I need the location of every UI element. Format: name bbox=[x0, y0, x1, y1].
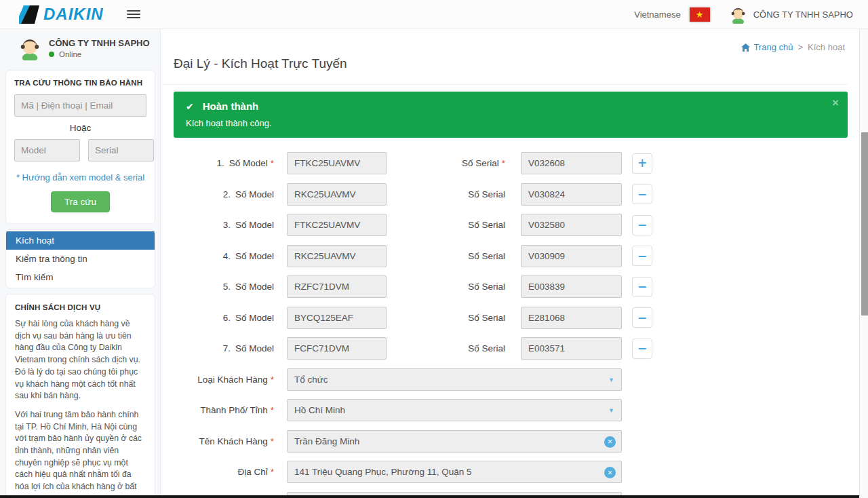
lookup-title: TRA CỨU THÔNG TIN BẢO HÀNH bbox=[14, 79, 146, 87]
city-row: Thành Phố/ Tỉnh* Hồ Chí Minh ▼ bbox=[174, 399, 860, 421]
serial-label: Số Serial bbox=[387, 189, 505, 199]
sidebar-user-panel: CÔNG TY TNHH SAPHO Online bbox=[0, 29, 160, 66]
serial-input[interactable] bbox=[521, 307, 622, 329]
chevron-down-icon: ▼ bbox=[608, 407, 614, 414]
online-status-icon bbox=[49, 52, 54, 57]
divider bbox=[163, 84, 848, 85]
remove-row-button[interactable]: − bbox=[632, 184, 652, 204]
online-status-label: Online bbox=[59, 50, 81, 58]
header-user-name[interactable]: CÔNG TY TNHH SAPHO bbox=[753, 9, 853, 20]
serial-input[interactable] bbox=[521, 275, 622, 298]
serial-input[interactable] bbox=[521, 245, 622, 267]
sidebar: CÔNG TY TNHH SAPHO Online TRA CỨU THÔNG … bbox=[0, 29, 161, 498]
serial-lookup-input[interactable] bbox=[88, 139, 154, 161]
model-input[interactable] bbox=[287, 214, 387, 236]
sidebar-user-name: CÔNG TY TNHH SAPHO bbox=[49, 38, 150, 48]
address-label: Địa Chỉ* bbox=[174, 467, 274, 477]
remove-row-button[interactable]: − bbox=[632, 215, 652, 235]
sidebar-menu: Kích hoạt Kiểm tra thông tin Tìm kiếm bbox=[5, 229, 155, 288]
remove-row-button[interactable]: − bbox=[632, 246, 652, 266]
chevron-down-icon: ▼ bbox=[608, 377, 614, 383]
main-content: Trang chủ > Kích hoạt Đại Lý - Kích Hoạt… bbox=[161, 29, 860, 498]
add-row-button[interactable]: + bbox=[632, 153, 652, 174]
address-field-wrap: ✕ bbox=[287, 461, 622, 483]
serial-label: Số Serial bbox=[387, 251, 505, 261]
avatar[interactable] bbox=[729, 5, 747, 24]
clear-input-icon[interactable]: ✕ bbox=[604, 467, 616, 478]
or-label: Hoặc bbox=[14, 123, 146, 133]
model-input[interactable] bbox=[287, 307, 387, 329]
policy-paragraph: Sự hài lòng của khách hàng về dịch vụ sa… bbox=[15, 318, 146, 402]
customer-type-label: Loại Khách Hàng* bbox=[174, 375, 274, 385]
service-policy-card: CHÍNH SÁCH DỊCH VỤ Sự hài lòng của khách… bbox=[5, 294, 155, 498]
clear-input-icon[interactable]: ✕ bbox=[604, 436, 616, 448]
city-select[interactable]: Hồ Chí Minh ▼ bbox=[287, 399, 622, 421]
sidebar-item-check-info[interactable]: Kiểm tra thông tin bbox=[6, 250, 155, 268]
policy-title: CHÍNH SÁCH DỊCH VỤ bbox=[15, 303, 146, 311]
model-input[interactable] bbox=[287, 275, 387, 298]
product-row: 2.Số Model Số Serial − bbox=[174, 183, 860, 206]
sidebar-item-activate[interactable]: Kích hoạt bbox=[6, 231, 155, 250]
model-input[interactable] bbox=[287, 152, 387, 174]
model-label: 1.Số Model* bbox=[174, 158, 274, 168]
address-input[interactable] bbox=[294, 467, 601, 477]
model-label: 3.Số Model bbox=[174, 220, 274, 230]
model-label: 4.Số Model bbox=[174, 251, 274, 261]
policy-paragraph: Với hai trung tâm bảo hành chính tại TP.… bbox=[15, 409, 146, 498]
model-input[interactable] bbox=[287, 245, 387, 267]
serial-input[interactable] bbox=[521, 337, 622, 360]
breadcrumb: Trang chủ > Kích hoạt bbox=[741, 42, 845, 52]
close-icon[interactable]: × bbox=[832, 97, 839, 109]
model-label: 2.Số Model bbox=[174, 189, 274, 199]
serial-input[interactable] bbox=[521, 183, 622, 206]
serial-label: Số Serial bbox=[387, 313, 505, 323]
breadcrumb-home-link[interactable]: Trang chủ bbox=[741, 42, 793, 52]
product-row: 7.Số Model Số Serial − bbox=[174, 337, 860, 360]
customer-name-row: Tên Khách Hàng* ✕ bbox=[174, 430, 860, 453]
breadcrumb-separator: > bbox=[797, 42, 803, 52]
scrollbar-thumb[interactable] bbox=[861, 132, 868, 315]
model-lookup-input[interactable] bbox=[14, 139, 80, 161]
customer-name-label: Tên Khách Hàng* bbox=[174, 436, 274, 446]
remove-row-button[interactable]: − bbox=[632, 307, 652, 328]
vietnam-flag-icon[interactable]: ★ bbox=[690, 7, 710, 22]
model-input[interactable] bbox=[287, 183, 387, 206]
alert-message: Kích hoạt thành công. bbox=[186, 118, 835, 128]
check-icon: ✔ bbox=[186, 101, 194, 112]
warranty-lookup-card: TRA CỨU THÔNG TIN BẢO HÀNH Hoặc * Hướng … bbox=[5, 70, 155, 224]
model-label: 6.Số Model bbox=[174, 313, 274, 323]
code-phone-email-input[interactable] bbox=[14, 94, 146, 117]
hamburger-icon[interactable] bbox=[127, 8, 140, 20]
model-label: 7.Số Model bbox=[174, 343, 274, 353]
address-row: Địa Chỉ* ✕ bbox=[174, 461, 860, 483]
remove-row-button[interactable]: − bbox=[632, 277, 652, 297]
customer-type-row: Loại Khách Hàng* Tổ chức ▼ bbox=[174, 368, 860, 391]
product-row: 3.Số Model Số Serial − bbox=[174, 214, 860, 236]
sidebar-item-search[interactable]: Tìm kiếm bbox=[6, 268, 155, 286]
model-serial-guide-link[interactable]: * Hướng dẫn xem model & serial bbox=[14, 172, 146, 183]
serial-label: Số Serial bbox=[387, 343, 505, 353]
model-label: 5.Số Model bbox=[174, 282, 274, 292]
daikin-logo[interactable]: DAIKIN bbox=[19, 5, 104, 24]
serial-input[interactable] bbox=[521, 214, 622, 236]
page-title: Đại Lý - Kích Hoạt Trực Tuyến bbox=[174, 56, 860, 71]
serial-input[interactable] bbox=[521, 152, 622, 174]
alert-title: Hoàn thành bbox=[203, 100, 259, 112]
home-icon bbox=[741, 43, 750, 52]
customer-type-select[interactable]: Tổ chức ▼ bbox=[287, 368, 622, 391]
serial-label: Số Serial bbox=[387, 220, 505, 230]
product-row: 6.Số Model Số Serial − bbox=[174, 307, 860, 329]
lookup-search-button[interactable]: Tra cứu bbox=[51, 191, 110, 212]
customer-name-field-wrap: ✕ bbox=[287, 430, 622, 453]
customer-name-input[interactable] bbox=[294, 436, 601, 446]
vertical-scrollbar[interactable] bbox=[859, 29, 868, 498]
product-row: 5.Số Model Số Serial − bbox=[174, 275, 860, 298]
success-alert: ✔ Hoàn thành Kích hoạt thành công. × bbox=[174, 92, 848, 138]
model-input[interactable] bbox=[287, 337, 387, 360]
language-label[interactable]: Vietnamese bbox=[634, 9, 680, 20]
remove-row-button[interactable]: − bbox=[632, 339, 652, 359]
top-header: DAIKIN Vietnamese ★ CÔNG TY TNHH SAPHO bbox=[0, 0, 868, 29]
breadcrumb-current: Kích hoạt bbox=[808, 42, 845, 52]
serial-label: Số Serial bbox=[387, 282, 505, 292]
product-row: 1.Số Model* Số Serial* + bbox=[174, 152, 860, 174]
